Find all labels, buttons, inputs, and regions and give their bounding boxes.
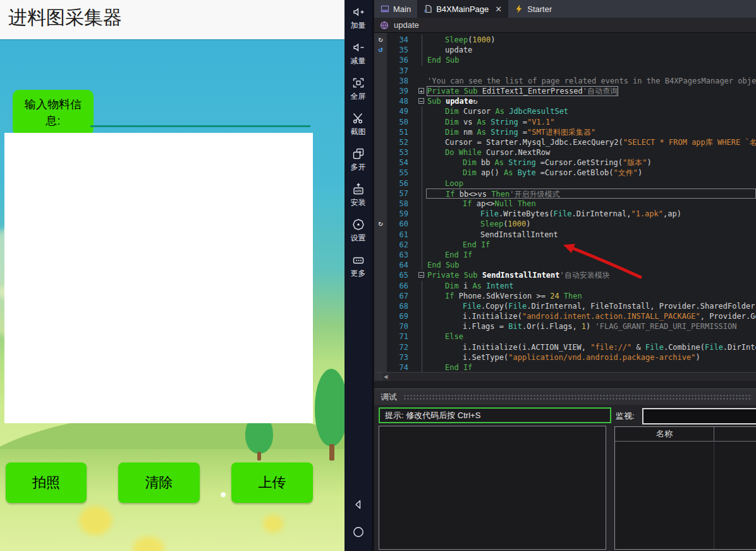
code-token bbox=[477, 271, 482, 280]
code-text[interactable]: End Sub bbox=[426, 55, 756, 65]
code-text[interactable]: i.Initialize(i.ACTION_VIEW, "file://" & … bbox=[426, 342, 756, 352]
code-text[interactable]: i.Flags = Bit.Or(i.Flags, 1) 'FLAG_GRANT… bbox=[426, 321, 756, 331]
code-text[interactable]: Dim bb As String =Cursor.GetString("版本") bbox=[426, 158, 756, 168]
code-text[interactable]: Private Sub SendInstallIntent'自动安装模块 bbox=[426, 270, 756, 280]
code-line: 72i.Initialize(i.ACTION_VIEW, "file://" … bbox=[374, 342, 756, 352]
code-text[interactable]: File.WriteBytes(File.DirInternal,"1.apk"… bbox=[426, 209, 756, 219]
expand-icon[interactable]: + bbox=[418, 88, 424, 94]
gutter-margin bbox=[374, 301, 387, 311]
fold-column bbox=[418, 311, 426, 321]
watch-input[interactable] bbox=[642, 408, 756, 424]
code-token: Sleep bbox=[480, 220, 503, 228]
code-text[interactable]: Dim Cursor As JdbcResultSet bbox=[426, 106, 756, 116]
nav-home-button[interactable] bbox=[344, 525, 372, 542]
code-text[interactable]: i.Initialize("android.intent.action.INST… bbox=[426, 311, 756, 321]
line-number: 64 bbox=[387, 260, 412, 270]
change-bar bbox=[412, 199, 418, 209]
nav-back-button[interactable] bbox=[344, 497, 372, 514]
emulator-button-multi-open[interactable]: 多开 bbox=[344, 147, 372, 173]
material-input-underline[interactable] bbox=[90, 125, 310, 127]
line-number: 71 bbox=[387, 331, 412, 342]
code-token: End If bbox=[445, 363, 472, 372]
change-bar bbox=[412, 147, 418, 158]
emulator-button-volume-up[interactable]: 加量 bbox=[344, 5, 372, 31]
debug-panel-header[interactable]: 调试 bbox=[374, 388, 756, 405]
code-text[interactable] bbox=[426, 66, 756, 76]
code-line: 36End Sub bbox=[374, 55, 756, 65]
code-token: bb bbox=[477, 158, 495, 167]
emulator-button-screenshot[interactable]: 截图 bbox=[344, 111, 372, 137]
code-token: Cursor.NextRow bbox=[482, 148, 550, 157]
code-token: i.Initialize(i.ACTION_VIEW, bbox=[463, 343, 590, 352]
code-text[interactable]: Dim nm As String ="SMT进料图采集器" bbox=[426, 127, 756, 137]
fold-column bbox=[418, 178, 426, 189]
code-text[interactable]: If bb<>vs Then'开启升级模式 bbox=[426, 189, 756, 199]
emulator-button-settings[interactable]: 设置 bbox=[344, 218, 372, 244]
code-text[interactable]: SendInstallIntent bbox=[426, 230, 756, 240]
code-text[interactable]: If ap<>Null Then bbox=[426, 199, 756, 209]
code-line: ↻34Sleep(1000) bbox=[374, 35, 756, 45]
line-number: 58 bbox=[387, 199, 412, 209]
code-text[interactable]: Do While Cursor.NextRow bbox=[426, 147, 756, 158]
code-text[interactable]: File.Copy(File.DirInternal, FileToInstal… bbox=[426, 301, 756, 311]
code-token: i.Initialize( bbox=[463, 312, 522, 321]
emulator-button-more[interactable]: 更多 bbox=[344, 253, 372, 279]
editor-tab-Main[interactable]: Main bbox=[374, 0, 417, 18]
member-selector[interactable]: update bbox=[374, 18, 756, 33]
clear-button[interactable]: 清除 bbox=[118, 462, 200, 503]
code-text[interactable]: Sub update↻ bbox=[426, 96, 756, 106]
change-bar bbox=[412, 230, 418, 240]
code-text[interactable]: Private Sub EditText1_EnterPressed'自动查询 bbox=[426, 86, 756, 96]
code-token bbox=[559, 292, 564, 300]
emulator-button-fullscreen[interactable]: 全屏 bbox=[344, 76, 372, 102]
line-number: 65 bbox=[387, 270, 412, 280]
code-token: Dim bbox=[445, 282, 459, 290]
emulator-button-apk-install[interactable]: APK安装 bbox=[344, 182, 372, 208]
code-token: "android.intent.action.INSTALL_PACKAGE" bbox=[522, 312, 700, 321]
fold-marker: − bbox=[418, 270, 426, 280]
editor-tab-Starter[interactable]: Starter bbox=[508, 0, 558, 18]
code-token: If bbox=[446, 190, 454, 199]
change-bar bbox=[412, 342, 418, 352]
fold-column bbox=[418, 362, 426, 372]
collapse-icon[interactable]: − bbox=[418, 98, 424, 104]
code-text[interactable]: Dim i As Intent bbox=[426, 281, 756, 291]
take-photo-button[interactable]: 拍照 bbox=[6, 462, 87, 503]
code-token: File bbox=[508, 302, 527, 311]
upload-button[interactable]: 上传 bbox=[231, 462, 313, 503]
horizontal-scrollbar[interactable]: ◀ bbox=[374, 372, 756, 381]
code-text[interactable]: If Phone.SdkVersion >= 24 Then bbox=[426, 291, 756, 301]
code-text[interactable]: End If bbox=[426, 250, 756, 260]
collapse-icon[interactable]: − bbox=[418, 272, 424, 278]
code-text[interactable]: Dim vs As String ="V1.1" bbox=[426, 117, 756, 127]
gutter-margin bbox=[374, 158, 387, 168]
editor-tab-B4XMainPage[interactable]: B4XMainPage✕ bbox=[417, 0, 508, 18]
photo-preview-area[interactable] bbox=[4, 133, 313, 423]
code-text[interactable]: End If bbox=[426, 362, 756, 372]
debug-log-box[interactable] bbox=[379, 426, 606, 550]
code-text[interactable]: update bbox=[426, 45, 756, 55]
line-number: 69 bbox=[387, 311, 412, 321]
code-text[interactable]: Else bbox=[426, 331, 756, 342]
close-tab-icon[interactable]: ✕ bbox=[495, 4, 502, 14]
code-token: ) bbox=[491, 35, 495, 44]
watch-table[interactable]: 名称 bbox=[614, 426, 756, 550]
code-text[interactable]: 'You can see the list of page related ev… bbox=[426, 76, 756, 86]
tab-label: B4XMainPage bbox=[436, 4, 489, 14]
debug-panel-grip[interactable] bbox=[403, 394, 752, 400]
code-text[interactable]: i.SetType("application/vnd.android.packa… bbox=[426, 352, 756, 362]
code-text[interactable]: Sleep(1000) bbox=[426, 35, 756, 45]
line-number: 38 bbox=[387, 76, 412, 86]
scroll-left-button[interactable]: ◀ bbox=[381, 373, 390, 381]
code-token: Cursor bbox=[459, 107, 496, 116]
code-text[interactable]: End If bbox=[426, 240, 756, 250]
code-text[interactable]: End Sub bbox=[426, 260, 756, 270]
code-text[interactable]: Loop bbox=[426, 178, 756, 189]
code-text[interactable]: Dim ap() As Byte =Cursor.GetBlob("文件") bbox=[426, 168, 756, 178]
emulator-button-volume-down[interactable]: 减量 bbox=[344, 40, 372, 66]
code-editor[interactable]: ↻34Sleep(1000)↺35update36End Sub3738'You… bbox=[374, 33, 756, 372]
gutter-margin bbox=[374, 199, 387, 209]
service-icon bbox=[515, 4, 523, 13]
code-text[interactable]: Cursor = Starter.Mysql_Jdbc.ExecQuery2("… bbox=[426, 137, 756, 147]
code-text[interactable]: Sleep(1000) bbox=[426, 219, 756, 229]
